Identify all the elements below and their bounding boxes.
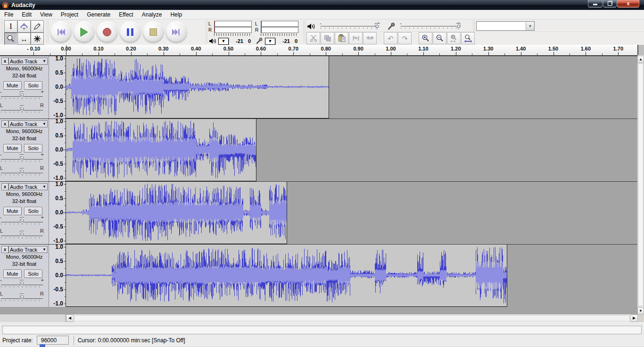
track-close-button[interactable]: X [1, 246, 8, 253]
scroll-up-button[interactable]: ▲ [637, 56, 644, 63]
menu-file[interactable]: File [0, 10, 17, 19]
silence-button[interactable] [363, 32, 377, 44]
minimize-button[interactable] [588, 0, 603, 8]
gain-slider[interactable]: - + [0, 278, 44, 289]
copy-button[interactable] [321, 32, 334, 44]
multi-tool-button[interactable] [31, 33, 44, 45]
audio-clip[interactable] [66, 56, 329, 118]
pan-slider[interactable]: L R [0, 292, 44, 303]
menu-generate[interactable]: Generate [83, 10, 115, 19]
track-title-button[interactable]: Audio Track ▼ [8, 183, 48, 190]
input-meter-bar-l [261, 21, 298, 27]
gain-slider[interactable]: - + [0, 215, 44, 227]
ruler-tick-label: - 0.10 [27, 46, 40, 51]
solo-button[interactable]: Solo [24, 270, 42, 278]
track-close-button[interactable]: X [1, 58, 8, 65]
vertical-scrollbar-thumb[interactable] [638, 63, 644, 306]
rewind-button[interactable] [50, 21, 72, 43]
gain-slider[interactable]: - + [0, 152, 44, 164]
waveform-canvas[interactable] [66, 56, 329, 118]
fit-selection-button[interactable] [447, 32, 461, 44]
waveform-canvas[interactable] [66, 119, 256, 180]
slider-max-label: R [40, 291, 44, 296]
solo-button[interactable]: Solo [24, 81, 42, 90]
audio-clip[interactable] [66, 182, 287, 244]
ruler-tick-label: 0.70 [289, 46, 298, 51]
menu-view[interactable]: View [36, 10, 57, 19]
gain-slider[interactable]: - + [0, 90, 44, 101]
draw-tool-button[interactable] [31, 20, 44, 33]
menu-analyze[interactable]: Analyze [138, 10, 166, 19]
vruler-label: -0.5 [53, 223, 63, 230]
pause-button[interactable] [119, 21, 141, 43]
zoom-in-button[interactable] [419, 32, 432, 44]
edit-toolbar: ↶↷ [306, 32, 475, 44]
mute-button[interactable]: Mute [3, 207, 22, 215]
pan-slider[interactable]: L R [0, 103, 44, 115]
track-title-button[interactable]: Audio Track ▼ [8, 120, 48, 127]
redo-button[interactable]: ↷ [398, 32, 412, 44]
device-combobox[interactable]: ▼ [476, 21, 535, 31]
toolbar-grip[interactable] [1, 21, 3, 43]
fit-project-button[interactable] [461, 32, 475, 44]
solo-button[interactable]: Solo [24, 144, 42, 152]
audio-clip[interactable] [66, 119, 256, 181]
horizontal-scrollbar-thumb[interactable] [74, 315, 630, 322]
mute-button[interactable]: Mute [3, 270, 22, 278]
waveform-canvas[interactable] [66, 182, 287, 243]
input-meter-dropdown[interactable]: ▼ [265, 38, 275, 45]
track-control-panel: X Audio Track ▼ Mono, 96000Hz 32-bit flo… [0, 245, 49, 307]
undo-button[interactable]: ↶ [384, 32, 397, 44]
track-close-button[interactable]: X [1, 120, 8, 127]
forward-button[interactable] [165, 21, 187, 43]
track-title-button[interactable]: Audio Track ▼ [8, 58, 48, 65]
record-button[interactable] [96, 21, 118, 43]
track-close-button[interactable]: X [1, 183, 8, 190]
pan-slider[interactable]: L R [0, 229, 44, 240]
meter-channel-label: R [255, 27, 261, 33]
solo-button[interactable]: Solo [24, 207, 42, 215]
cut-button[interactable] [306, 32, 320, 44]
output-meter-bar-r [214, 27, 252, 33]
input-volume-slider[interactable]: - + [400, 21, 460, 32]
track-title-button[interactable]: Audio Track ▼ [8, 246, 48, 253]
scroll-left-button[interactable]: ◀ [66, 314, 74, 322]
play-button[interactable] [73, 21, 95, 43]
menu-help[interactable]: Help [166, 10, 186, 19]
trim-button[interactable] [349, 32, 363, 44]
ruler-tick-label: 0.90 [353, 46, 363, 51]
output-meter-dropdown[interactable]: ▼ [218, 38, 229, 45]
close-button[interactable]: x [617, 0, 639, 8]
stop-button[interactable] [142, 21, 164, 43]
audio-clip[interactable] [66, 245, 507, 307]
horizontal-scrollbar[interactable]: ◀ ▶ [0, 314, 644, 322]
selection-tool-button[interactable]: I [4, 20, 17, 33]
paste-button[interactable] [335, 32, 348, 44]
zoom-tool-button[interactable] [4, 33, 17, 45]
envelope-tool-button[interactable] [17, 20, 31, 33]
microphone-icon [255, 37, 264, 45]
output-volume-slider[interactable]: - + [320, 21, 380, 32]
chevron-down-icon[interactable]: ▼ [526, 22, 534, 30]
toolbar-grip[interactable] [206, 21, 207, 43]
mute-button[interactable]: Mute [3, 81, 22, 90]
menu-edit[interactable]: Edit [17, 10, 36, 19]
timeshift-tool-button[interactable]: ↔ [17, 33, 31, 45]
scroll-down-button[interactable]: ▼ [637, 307, 644, 314]
mute-button[interactable]: Mute [3, 144, 22, 152]
waveform-canvas[interactable] [66, 245, 507, 306]
vertical-scrollbar[interactable]: ▲ ▼ [637, 56, 644, 314]
status-divider [74, 336, 74, 345]
menu-effect[interactable]: Effect [115, 10, 137, 19]
timeline-ruler[interactable]: - 0.100.000.100.200.300.400.500.600.700.… [0, 45, 637, 56]
scroll-right-button[interactable]: ▶ [630, 314, 638, 322]
toolbar-grip[interactable] [304, 21, 305, 43]
project-rate-value[interactable]: 96000 [37, 336, 69, 345]
toolbar-grip[interactable] [47, 21, 49, 43]
menu-project[interactable]: Project [57, 10, 83, 19]
track-title-label: Audio Track [9, 184, 42, 190]
restore-button[interactable] [603, 0, 617, 8]
pan-slider[interactable]: L R [0, 166, 44, 178]
zoom-out-button[interactable] [433, 32, 446, 44]
track-vertical-ruler: 1.00.50.0-0.5-1.0 [49, 56, 66, 118]
